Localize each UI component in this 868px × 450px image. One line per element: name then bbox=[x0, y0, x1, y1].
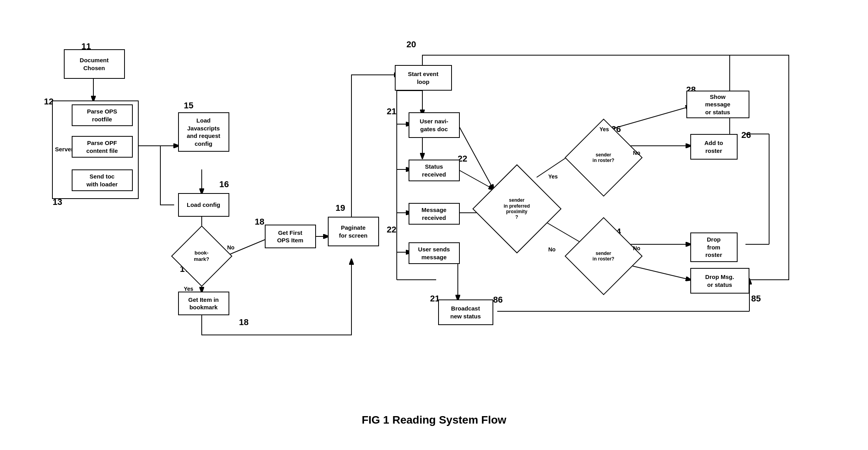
server-label: Server bbox=[55, 146, 74, 152]
box-get-first: Get FirstOPS Item bbox=[265, 225, 316, 248]
label-no-roster-top: No bbox=[633, 150, 641, 156]
box-get-item: Get Item inbookmark bbox=[178, 292, 229, 315]
label-yes-preferred: Yes bbox=[548, 173, 558, 180]
diagram-caption: FIG 1 Reading System Flow bbox=[362, 414, 506, 426]
box-add-roster: Add toroster bbox=[690, 134, 738, 160]
label-22-bottom: 22 bbox=[387, 225, 396, 235]
box-broadcast: Broadcastnew status bbox=[438, 299, 493, 325]
label-15: 15 bbox=[184, 100, 193, 111]
label-26-right: 26 bbox=[742, 130, 751, 140]
box-user-sends: User sendsmessage bbox=[409, 242, 460, 264]
label-yes-bookmark: Yes bbox=[184, 286, 193, 292]
diamond-preferred-proximity: senderin preferredproximity? bbox=[485, 177, 548, 240]
box-show-msg: Showmessageor status bbox=[686, 91, 749, 118]
box-parse-ops: Parse OPSrootfile bbox=[72, 104, 133, 126]
label-no-bookmark: No bbox=[227, 244, 235, 251]
box-drop-msg: Drop Msg.or status bbox=[690, 268, 749, 294]
box-message-recv: Messagereceived bbox=[409, 203, 460, 225]
label-no-roster-bottom: No bbox=[633, 245, 641, 251]
flowchart-diagram: 11 DocumentChosen 12 Server Parse OPSroo… bbox=[20, 24, 848, 410]
diamond-sender-roster-yes: senderin roster? bbox=[576, 130, 631, 185]
label-16: 16 bbox=[219, 179, 229, 190]
label-21-top: 21 bbox=[387, 106, 396, 117]
box-parse-opf: Parse OPFcontent file bbox=[72, 136, 133, 158]
box-start-event: Start eventloop bbox=[395, 65, 452, 91]
box-load-config: Load config bbox=[178, 193, 229, 217]
label-86: 86 bbox=[493, 295, 503, 305]
label-18-bottom: 18 bbox=[239, 317, 249, 327]
label-13: 13 bbox=[53, 197, 62, 207]
label-18-top: 18 bbox=[255, 217, 264, 227]
label-no-preferred: No bbox=[548, 246, 556, 253]
label-yes-roster-top: Yes bbox=[600, 126, 609, 132]
box-send-toc: Send tocwith loader bbox=[72, 169, 133, 191]
box-user-nav: User navi-gates doc bbox=[409, 112, 460, 138]
box-drop-roster: Dropfromroster bbox=[690, 232, 738, 262]
box-paginate: Paginatefor screen bbox=[328, 217, 379, 246]
label-19: 19 bbox=[336, 203, 345, 213]
box-document-chosen: DocumentChosen bbox=[64, 49, 125, 79]
diamond-bookmark: book-mark? bbox=[180, 234, 223, 278]
diamond-sender-roster-no: senderin roster? bbox=[576, 229, 631, 284]
box-status-recv: Statusreceived bbox=[409, 160, 460, 181]
label-20: 20 bbox=[407, 39, 416, 50]
label-85: 85 bbox=[751, 294, 761, 304]
box-load-js: LoadJavascriptsand requestconfig bbox=[178, 112, 229, 152]
